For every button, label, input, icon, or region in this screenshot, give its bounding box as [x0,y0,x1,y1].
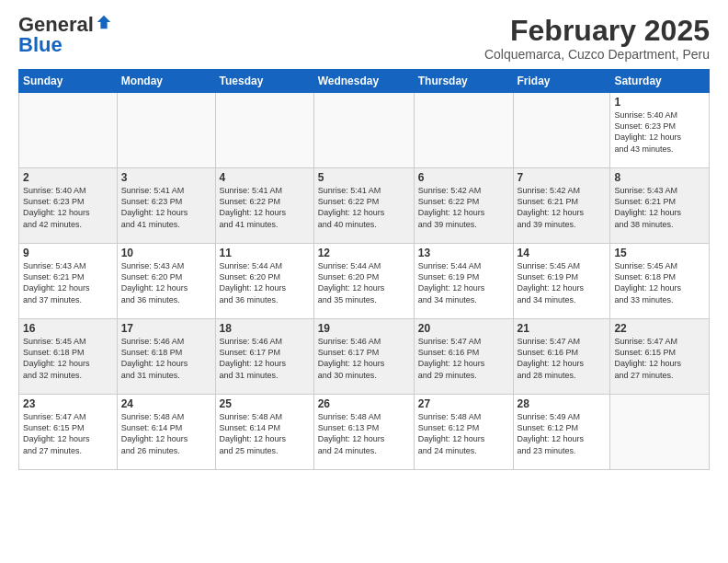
day-number: 11 [220,247,310,259]
day-info: Sunrise: 5:48 AM Sunset: 6:13 PM Dayligh… [318,411,410,456]
calendar-cell [215,93,313,168]
calendar-cell: 21Sunrise: 5:47 AM Sunset: 6:16 PM Dayli… [513,319,610,395]
day-number: 5 [318,171,410,184]
calendar-cell: 10Sunrise: 5:43 AM Sunset: 6:20 PM Dayli… [117,244,215,319]
header-cell-wednesday: Wednesday [313,70,414,93]
day-info: Sunrise: 5:45 AM Sunset: 6:18 PM Dayligh… [614,260,705,305]
day-number: 26 [318,397,410,410]
day-number: 18 [220,322,310,335]
day-number: 7 [518,171,607,184]
header-row: SundayMondayTuesdayWednesdayThursdayFrid… [19,70,710,93]
header-cell-thursday: Thursday [414,70,513,93]
logo-icon [96,14,112,30]
calendar-cell: 4Sunrise: 5:41 AM Sunset: 6:22 PM Daylig… [215,168,313,244]
calendar-cell: 22Sunrise: 5:47 AM Sunset: 6:15 PM Dayli… [610,319,710,395]
calendar-cell [610,395,710,470]
day-info: Sunrise: 5:46 AM Sunset: 6:17 PM Dayligh… [318,336,410,381]
day-number: 9 [23,247,113,259]
calendar-cell: 14Sunrise: 5:45 AM Sunset: 6:19 PM Dayli… [513,244,610,319]
calendar-cell [513,93,610,168]
day-info: Sunrise: 5:47 AM Sunset: 6:15 PM Dayligh… [614,336,705,381]
day-info: Sunrise: 5:44 AM Sunset: 6:20 PM Dayligh… [220,260,310,305]
day-info: Sunrise: 5:45 AM Sunset: 6:19 PM Dayligh… [518,260,607,305]
day-info: Sunrise: 5:46 AM Sunset: 6:17 PM Dayligh… [220,336,310,381]
day-info: Sunrise: 5:42 AM Sunset: 6:21 PM Dayligh… [518,185,607,230]
calendar-cell: 8Sunrise: 5:43 AM Sunset: 6:21 PM Daylig… [610,168,710,244]
day-info: Sunrise: 5:43 AM Sunset: 6:20 PM Dayligh… [121,260,211,305]
calendar-cell: 25Sunrise: 5:48 AM Sunset: 6:14 PM Dayli… [215,395,313,470]
day-number: 24 [121,397,211,410]
calendar-cell [414,93,513,168]
calendar-cell: 5Sunrise: 5:41 AM Sunset: 6:22 PM Daylig… [313,168,414,244]
day-number: 22 [614,322,705,335]
day-number: 3 [121,171,211,184]
week-row-4: 16Sunrise: 5:45 AM Sunset: 6:18 PM Dayli… [19,319,710,395]
title-area: February 2025 Colquemarca, Cuzco Departm… [484,15,710,62]
day-number: 16 [23,322,113,335]
week-row-1: 1Sunrise: 5:40 AM Sunset: 6:23 PM Daylig… [19,93,710,168]
header: General Blue February 2025 Colquemarca, … [18,15,710,62]
calendar-cell: 28Sunrise: 5:49 AM Sunset: 6:12 PM Dayli… [513,395,610,470]
day-number: 28 [518,397,607,410]
day-info: Sunrise: 5:41 AM Sunset: 6:22 PM Dayligh… [220,185,310,230]
day-info: Sunrise: 5:41 AM Sunset: 6:23 PM Dayligh… [121,185,211,230]
calendar-cell: 24Sunrise: 5:48 AM Sunset: 6:14 PM Dayli… [117,395,215,470]
calendar-cell: 2Sunrise: 5:40 AM Sunset: 6:23 PM Daylig… [19,168,118,244]
day-number: 2 [23,171,113,184]
day-number: 23 [23,397,113,410]
logo-blue: Blue [18,33,63,56]
day-number: 14 [518,247,607,259]
logo-general: General [18,15,94,35]
calendar-cell: 3Sunrise: 5:41 AM Sunset: 6:23 PM Daylig… [117,168,215,244]
day-number: 21 [518,322,607,335]
calendar-cell: 11Sunrise: 5:44 AM Sunset: 6:20 PM Dayli… [215,244,313,319]
day-number: 1 [614,96,705,109]
header-cell-sunday: Sunday [19,70,118,93]
header-cell-monday: Monday [117,70,215,93]
calendar-cell: 1Sunrise: 5:40 AM Sunset: 6:23 PM Daylig… [610,93,710,168]
day-info: Sunrise: 5:49 AM Sunset: 6:12 PM Dayligh… [518,411,607,456]
calendar-cell: 27Sunrise: 5:48 AM Sunset: 6:12 PM Dayli… [414,395,513,470]
calendar-cell: 17Sunrise: 5:46 AM Sunset: 6:18 PM Dayli… [117,319,215,395]
day-info: Sunrise: 5:44 AM Sunset: 6:20 PM Dayligh… [318,260,410,305]
day-number: 10 [121,247,211,259]
day-number: 25 [220,397,310,410]
day-info: Sunrise: 5:40 AM Sunset: 6:23 PM Dayligh… [23,185,113,230]
calendar-cell: 7Sunrise: 5:42 AM Sunset: 6:21 PM Daylig… [513,168,610,244]
day-number: 13 [418,247,509,259]
day-number: 17 [121,322,211,335]
calendar-cell: 19Sunrise: 5:46 AM Sunset: 6:17 PM Dayli… [313,319,414,395]
day-number: 6 [418,171,509,184]
page: General Blue February 2025 Colquemarca, … [0,0,728,479]
day-info: Sunrise: 5:45 AM Sunset: 6:18 PM Dayligh… [23,336,113,381]
day-number: 8 [614,171,705,184]
svg-marker-0 [97,16,110,29]
day-info: Sunrise: 5:48 AM Sunset: 6:14 PM Dayligh… [220,411,310,456]
week-row-3: 9Sunrise: 5:43 AM Sunset: 6:21 PM Daylig… [19,244,710,319]
calendar-cell: 20Sunrise: 5:47 AM Sunset: 6:16 PM Dayli… [414,319,513,395]
day-number: 19 [318,322,410,335]
day-info: Sunrise: 5:44 AM Sunset: 6:19 PM Dayligh… [418,260,509,305]
day-number: 27 [418,397,509,410]
calendar-table: SundayMondayTuesdayWednesdayThursdayFrid… [18,69,710,470]
day-info: Sunrise: 5:48 AM Sunset: 6:14 PM Dayligh… [121,411,211,456]
day-info: Sunrise: 5:47 AM Sunset: 6:16 PM Dayligh… [418,336,509,381]
calendar-cell [313,93,414,168]
day-info: Sunrise: 5:48 AM Sunset: 6:12 PM Dayligh… [418,411,509,456]
week-row-2: 2Sunrise: 5:40 AM Sunset: 6:23 PM Daylig… [19,168,710,244]
calendar-cell [19,93,118,168]
day-info: Sunrise: 5:47 AM Sunset: 6:16 PM Dayligh… [518,336,607,381]
day-number: 20 [418,322,509,335]
calendar-cell [117,93,215,168]
day-info: Sunrise: 5:40 AM Sunset: 6:23 PM Dayligh… [614,109,705,155]
calendar-cell: 13Sunrise: 5:44 AM Sunset: 6:19 PM Dayli… [414,244,513,319]
day-info: Sunrise: 5:43 AM Sunset: 6:21 PM Dayligh… [614,185,705,230]
day-number: 12 [318,247,410,259]
day-info: Sunrise: 5:46 AM Sunset: 6:18 PM Dayligh… [121,336,211,381]
calendar-cell: 18Sunrise: 5:46 AM Sunset: 6:17 PM Dayli… [215,319,313,395]
calendar-cell: 16Sunrise: 5:45 AM Sunset: 6:18 PM Dayli… [19,319,118,395]
header-cell-friday: Friday [513,70,610,93]
calendar-cell: 26Sunrise: 5:48 AM Sunset: 6:13 PM Dayli… [313,395,414,470]
calendar-subtitle: Colquemarca, Cuzco Department, Peru [484,47,710,62]
header-cell-saturday: Saturday [610,70,710,93]
